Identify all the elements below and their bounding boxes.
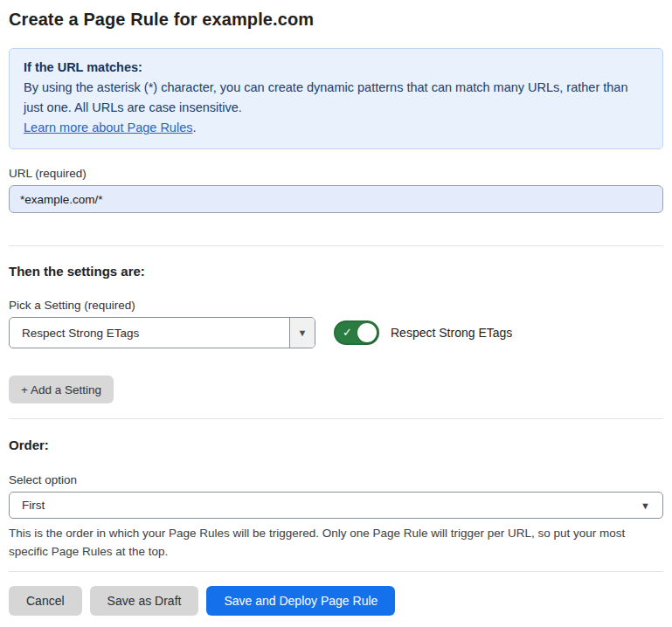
save-and-deploy-button[interactable]: Save and Deploy Page Rule [206,586,395,616]
setting-toggle[interactable]: ✓ [334,320,379,345]
cancel-button[interactable]: Cancel [9,586,82,616]
chevron-down-icon: ▼ [641,500,650,511]
settings-section-heading: Then the settings are: [9,264,663,279]
page-title: Create a Page Rule for example.com [9,10,663,30]
setting-picker-label: Pick a Setting (required) [9,299,663,312]
divider [9,571,663,572]
chevron-down-icon: ▼ [298,327,308,338]
toggle-knob [357,323,377,342]
save-as-draft-button[interactable]: Save as Draft [90,586,199,616]
footer-button-row: Cancel Save as Draft Save and Deploy Pag… [9,586,663,616]
setting-row: Respect Strong ETags ▼ ✓ Respect Strong … [9,317,663,348]
order-select[interactable]: First ▼ [9,492,663,519]
order-section-heading: Order: [9,438,663,452]
setting-select-value: Respect Strong ETags [10,318,289,348]
order-select-value: First [22,499,45,512]
info-box-heading: If the URL matches: [24,58,648,78]
divider [9,245,663,246]
link-suffix: . [192,121,196,134]
add-setting-button[interactable]: + Add a Setting [9,376,114,403]
divider [9,418,663,419]
info-box-link-line: Learn more about Page Rules. [24,118,648,138]
setting-select[interactable]: Respect Strong ETags ▼ [9,317,315,348]
setting-toggle-label: Respect Strong ETags [391,326,512,340]
order-help-text: This is the order in which your Page Rul… [9,524,663,561]
checkmark-icon: ✓ [343,327,352,338]
order-select-label: Select option [9,473,663,486]
learn-more-link[interactable]: Learn more about Page Rules [24,121,192,134]
url-match-info-box: If the URL matches: By using the asteris… [9,48,663,149]
url-field-label: URL (required) [9,167,663,180]
info-box-body: By using the asterisk (*) character, you… [24,78,648,118]
url-input[interactable] [9,185,663,213]
setting-select-dropdown-button[interactable]: ▼ [289,318,315,348]
